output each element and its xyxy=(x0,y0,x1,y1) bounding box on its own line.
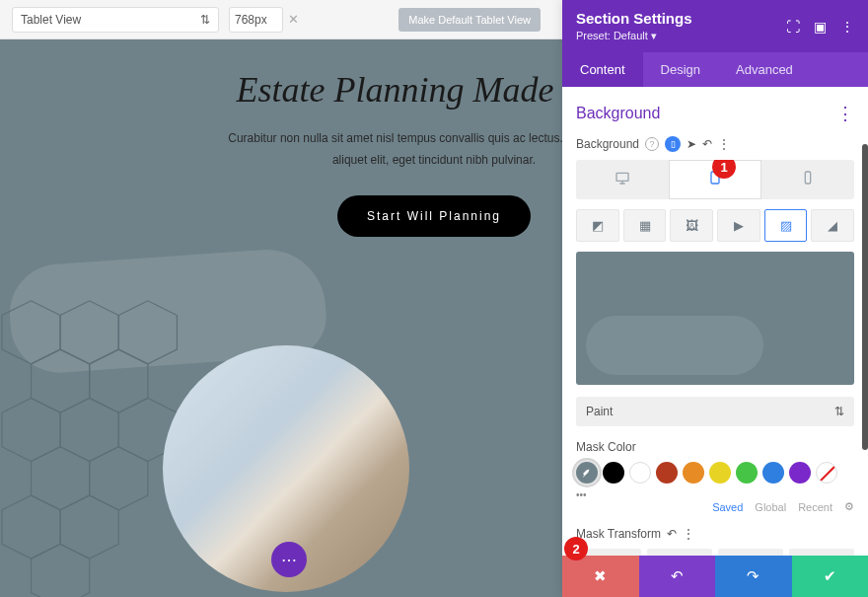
bg-type-video[interactable]: ▶ xyxy=(717,209,760,242)
panel-title: Section Settings xyxy=(576,10,692,27)
color-swatch-none[interactable] xyxy=(816,462,837,484)
background-field-row: Background ? ▯ ➤ ↶ ⋮ xyxy=(576,136,854,152)
chevron-updown-icon: ⇅ xyxy=(200,13,210,27)
kebab-icon[interactable]: ⋮ xyxy=(840,19,854,35)
chevron-updown-icon: ⇅ xyxy=(834,405,844,418)
bg-type-gradient[interactable]: ▦ xyxy=(623,209,667,242)
kebab-icon[interactable]: ⋮ xyxy=(683,527,694,541)
make-default-button[interactable]: Make Default Tablet View xyxy=(398,8,541,32)
panel-preset: Preset: Default ▾ xyxy=(576,30,692,42)
chevron-down-icon[interactable]: ▾ xyxy=(651,30,657,41)
swatch-recent[interactable]: Recent xyxy=(798,501,832,513)
mask-transform-label: Mask Transform xyxy=(576,527,661,541)
device-desktop[interactable] xyxy=(576,160,669,199)
svg-rect-2 xyxy=(805,172,810,184)
panel-tabs: Content Design Advanced xyxy=(562,52,868,87)
kebab-icon[interactable]: ⋮ xyxy=(836,103,854,124)
swatch-meta: Saved Global Recent ⚙ xyxy=(576,500,854,513)
phone-icon[interactable]: ▯ xyxy=(665,136,681,152)
view-select[interactable]: Tablet View ⇅ xyxy=(12,7,219,33)
dots-icon: ⋯ xyxy=(281,551,297,569)
bg-type-color[interactable]: ◩ xyxy=(576,209,619,242)
gear-icon[interactable]: ⚙ xyxy=(844,500,854,513)
main: Estate Planning Made Easy Curabitur non … xyxy=(0,39,868,597)
svg-rect-0 xyxy=(616,173,628,181)
cta-button[interactable]: Start Will Planning xyxy=(337,195,531,237)
color-swatches xyxy=(576,462,854,484)
expand-icon[interactable]: ▣ xyxy=(814,19,827,35)
close-icon[interactable]: ✕ xyxy=(288,12,299,27)
swatch-saved[interactable]: Saved xyxy=(712,501,743,513)
tab-design[interactable]: Design xyxy=(643,52,718,87)
color-swatch-purple[interactable] xyxy=(789,462,811,484)
width-input[interactable] xyxy=(229,7,283,33)
device-phone[interactable] xyxy=(761,160,854,199)
select-value: Paint xyxy=(586,405,613,418)
undo-button[interactable]: ↶ xyxy=(639,556,716,597)
kebab-icon[interactable]: ⋮ xyxy=(718,137,730,151)
annotation-badge-2: 2 xyxy=(564,537,588,560)
panel-scrollbar[interactable] xyxy=(862,144,868,450)
bg-type-mask[interactable]: ◢ xyxy=(811,209,854,242)
undo-icon[interactable]: ↶ xyxy=(667,527,677,541)
mini-brush-stroke xyxy=(586,316,763,375)
mask-style-select[interactable]: Paint ⇅ xyxy=(576,397,854,426)
color-picker-swatch[interactable] xyxy=(576,462,598,484)
mask-transform-row: Mask Transform ↶ ⋮ xyxy=(576,527,854,541)
color-swatch-orange[interactable] xyxy=(683,462,704,484)
bg-type-image[interactable]: 🖼 xyxy=(670,209,713,242)
tab-content[interactable]: Content xyxy=(562,52,643,87)
view-select-label: Tablet View xyxy=(21,13,81,27)
panel-body[interactable]: Background ⋮ Background ? ▯ ➤ ↶ ⋮ 1 ◩ ▦ xyxy=(562,87,868,597)
undo-icon[interactable]: ↶ xyxy=(702,137,712,151)
redo-button[interactable]: ↷ xyxy=(715,556,792,597)
swatch-more-icon[interactable]: ••• xyxy=(576,489,854,500)
background-preview xyxy=(576,252,854,385)
tab-advanced[interactable]: Advanced xyxy=(718,52,811,87)
module-fab-button[interactable]: ⋯ xyxy=(271,542,307,577)
device-select: 1 xyxy=(576,160,854,199)
color-swatch-green[interactable] xyxy=(736,462,758,484)
bg-type-pattern[interactable]: ▨ xyxy=(764,209,808,242)
panel-footer: ✖ ↶ ↷ ✔ xyxy=(562,556,868,597)
mask-color-label: Mask Color xyxy=(576,440,854,454)
color-swatch-rust[interactable] xyxy=(656,462,678,484)
background-type-row: ◩ ▦ 🖼 ▶ ▨ ◢ xyxy=(576,209,854,242)
swatch-global[interactable]: Global xyxy=(755,501,786,513)
section-title: Background xyxy=(576,105,660,122)
help-icon[interactable]: ? xyxy=(645,137,659,151)
color-swatch-white[interactable] xyxy=(629,462,651,484)
cancel-button[interactable]: ✖ xyxy=(562,556,639,597)
panel-header: Section Settings Preset: Default ▾ ⛶ ▣ ⋮ xyxy=(562,0,868,52)
cursor-icon[interactable]: ➤ xyxy=(687,137,696,151)
width-box: ✕ xyxy=(229,7,299,33)
field-label: Background xyxy=(576,137,639,151)
settings-panel: Section Settings Preset: Default ▾ ⛶ ▣ ⋮… xyxy=(562,0,868,597)
crosshair-icon[interactable]: ⛶ xyxy=(786,19,800,35)
color-swatch-black[interactable] xyxy=(603,462,624,484)
color-swatch-yellow[interactable] xyxy=(709,462,731,484)
color-swatch-blue[interactable] xyxy=(762,462,784,484)
save-button[interactable]: ✔ xyxy=(792,556,869,597)
